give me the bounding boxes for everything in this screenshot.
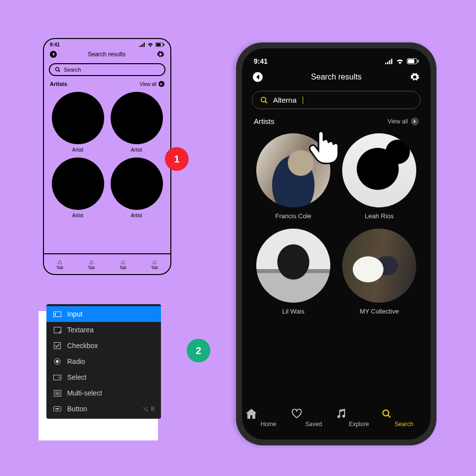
tab-label: Home — [261, 421, 277, 428]
artist-avatar — [52, 92, 104, 144]
section-row: Artists View all — [44, 79, 170, 89]
app-header: Search results — [242, 68, 431, 86]
artist-name: Lil Wais — [253, 308, 334, 315]
gear-icon[interactable] — [157, 50, 164, 58]
artist-label: Artist — [51, 147, 105, 153]
svg-point-17 — [383, 410, 389, 416]
chevron-right-icon — [411, 118, 419, 125]
status-time: 9:41 — [50, 42, 60, 47]
svg-rect-4 — [54, 312, 61, 317]
menu-label: Button — [67, 405, 87, 413]
step-badge-1: 1 — [165, 147, 189, 171]
home-icon: ⌂ — [44, 258, 76, 265]
signal-icon — [385, 59, 393, 64]
menu-item-select[interactable]: Select — [46, 369, 161, 385]
artist-avatar — [111, 158, 163, 210]
artist-avatar — [52, 158, 104, 210]
svg-rect-14 — [408, 59, 414, 63]
back-button[interactable] — [50, 51, 57, 58]
search-placeholder: Search — [64, 67, 81, 73]
tab-saved[interactable]: Saved — [291, 409, 337, 428]
menu-label: Textarea — [67, 326, 94, 334]
search-value: Alterna — [273, 96, 297, 104]
search-input[interactable]: Alterna — [252, 91, 421, 109]
artist-avatar — [342, 133, 416, 207]
view-all-label: View all — [140, 81, 157, 87]
component-menu: Input Textarea Checkbox Radio Select Mul… — [46, 304, 161, 419]
svg-point-3 — [56, 68, 59, 71]
search-input[interactable]: Search — [49, 63, 165, 76]
artist-item[interactable]: Lil Wais — [253, 229, 334, 315]
svg-point-16 — [261, 97, 266, 102]
page-title: Search results — [88, 51, 126, 58]
menu-label: Multi-select — [67, 389, 102, 397]
tab-explore[interactable]: Explore — [336, 409, 382, 428]
menu-label: Checkbox — [67, 342, 98, 350]
view-all-link[interactable]: View all — [388, 118, 419, 125]
tab-item[interactable]: ⌂Tab — [139, 254, 170, 274]
artist-item[interactable]: Artist — [110, 158, 163, 218]
artist-name: Francis Cole — [253, 212, 334, 220]
tab-item[interactable]: ⌂Tab — [44, 254, 76, 274]
artist-item[interactable]: Francis Cole — [253, 133, 334, 220]
artist-item[interactable]: Artist — [51, 92, 105, 153]
status-bar: 9:41 — [242, 48, 431, 68]
heart-icon — [291, 409, 337, 419]
music-icon — [336, 409, 382, 419]
home-icon — [246, 409, 291, 419]
artist-label: Artist — [51, 213, 105, 218]
artist-label: Artist — [110, 147, 163, 153]
menu-item-multiselect[interactable]: Multi-select — [46, 385, 161, 401]
artist-item[interactable]: Artist — [51, 158, 105, 218]
tab-bar: ⌂Tab ⌂Tab ⌂Tab ⌂Tab — [44, 253, 170, 274]
tab-label: Search — [395, 421, 413, 428]
chevron-right-icon — [159, 81, 164, 87]
menu-item-radio[interactable]: Radio — [46, 354, 161, 369]
tab-item[interactable]: ⌂Tab — [107, 254, 139, 274]
phone-screen: 9:41 Search results Alterna Artists — [242, 48, 431, 439]
svg-rect-2 — [163, 44, 164, 46]
wireframe-phone: 9:41 Search results Search Artists View … — [43, 38, 171, 275]
section-title-label: Artists — [50, 81, 67, 87]
view-all-link[interactable]: View all — [140, 81, 164, 87]
menu-label: Select — [67, 373, 86, 381]
status-time: 9:41 — [254, 57, 268, 65]
textarea-icon — [53, 326, 61, 333]
tab-label: Tab — [88, 265, 95, 270]
tab-label: Saved — [305, 421, 322, 428]
gear-icon[interactable] — [410, 72, 420, 82]
status-bar: 9:41 — [44, 39, 170, 48]
svg-rect-1 — [157, 43, 161, 46]
menu-item-textarea[interactable]: Textarea — [46, 322, 161, 338]
home-icon: ⌂ — [107, 258, 139, 265]
artist-avatar — [342, 229, 416, 303]
tab-label: Tab — [56, 265, 64, 270]
section-title-label: Artists — [254, 117, 275, 125]
artist-item[interactable]: MY Collective — [339, 229, 420, 315]
phone-frame: 9:41 Search results Alterna Artists — [236, 42, 436, 445]
section-row: Artists View all — [242, 114, 431, 128]
input-icon — [53, 311, 61, 317]
menu-item-button[interactable]: Button ⌥ B — [46, 401, 161, 417]
artist-item[interactable]: Leah Rios — [339, 133, 420, 220]
tab-search[interactable]: Search — [382, 409, 427, 428]
battery-icon — [407, 58, 419, 64]
search-icon — [260, 96, 268, 104]
page-title: Search results — [311, 73, 361, 81]
menu-item-input[interactable]: Input — [46, 306, 161, 322]
tab-label: Tab — [119, 265, 127, 270]
svg-rect-5 — [55, 313, 56, 316]
artist-name: MY Collective — [339, 308, 420, 315]
menu-label: Radio — [67, 357, 85, 365]
battery-icon — [156, 42, 164, 47]
tab-home[interactable]: Home — [246, 409, 291, 428]
svg-rect-7 — [54, 343, 61, 349]
radio-icon — [53, 358, 61, 365]
button-icon — [53, 405, 61, 412]
artist-avatar — [111, 92, 163, 144]
menu-shortcut: ⌥ B — [142, 406, 155, 412]
tab-item[interactable]: ⌂Tab — [76, 254, 107, 274]
artist-item[interactable]: Artist — [110, 92, 163, 153]
menu-item-checkbox[interactable]: Checkbox — [46, 338, 161, 354]
back-button[interactable] — [253, 72, 263, 82]
